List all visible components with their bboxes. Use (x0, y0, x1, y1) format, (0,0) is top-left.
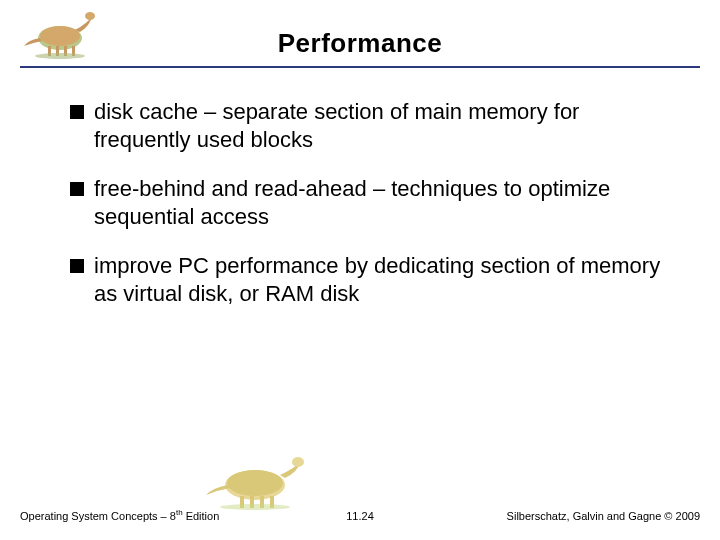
dinosaur-top-icon (20, 8, 100, 60)
svg-point-10 (292, 457, 304, 467)
bullet-text: improve PC performance by dedicating sec… (94, 252, 670, 307)
bullet-marker-icon (70, 105, 84, 119)
bullet-item: free-behind and read-ahead – techniques … (70, 175, 670, 230)
footer-text-prefix: Operating System Concepts – 8 (20, 510, 176, 522)
slide: Performance disk cache – separate sectio… (0, 0, 720, 540)
slide-content: disk cache – separate section of main me… (0, 68, 720, 307)
footer-text-suffix: Edition (183, 510, 220, 522)
slide-header: Performance (20, 0, 700, 68)
svg-point-2 (85, 12, 95, 20)
slide-footer: Operating System Concepts – 8th Edition … (0, 480, 720, 530)
bullet-text: disk cache – separate section of main me… (94, 98, 670, 153)
svg-point-7 (35, 53, 85, 59)
bullet-item: disk cache – separate section of main me… (70, 98, 670, 153)
svg-point-15 (220, 504, 290, 510)
svg-point-1 (40, 26, 80, 46)
bullet-marker-icon (70, 259, 84, 273)
bullet-marker-icon (70, 182, 84, 196)
footer-copyright: Silberschatz, Galvin and Gagne © 2009 (507, 510, 700, 522)
slide-title: Performance (20, 0, 700, 59)
svg-point-9 (227, 470, 283, 496)
dinosaur-bottom-icon (200, 450, 320, 510)
footer-page-number: 11.24 (346, 510, 374, 522)
footer-left-text: Operating System Concepts – 8th Edition (20, 508, 219, 522)
bullet-text: free-behind and read-ahead – techniques … (94, 175, 670, 230)
footer-text-sup: th (176, 508, 183, 517)
bullet-item: improve PC performance by dedicating sec… (70, 252, 670, 307)
